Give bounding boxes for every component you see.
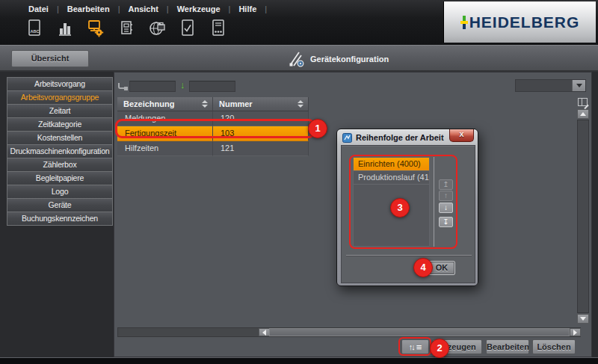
hscroll-left-button[interactable] <box>259 328 270 336</box>
sidebar-item-buchungskennzeichen[interactable]: Buchungskennzeichen <box>7 212 113 226</box>
vscroll-down-button[interactable] <box>577 314 589 324</box>
arrow-right-icon <box>573 330 577 336</box>
filter-input-2[interactable] <box>189 81 235 92</box>
menu-datei[interactable]: Datei <box>24 4 53 14</box>
sidebar-item-arbeitsvorgang[interactable]: Arbeitsvorgang <box>7 77 113 91</box>
document-list-icon[interactable] <box>209 18 227 39</box>
chevron-down-icon <box>576 84 582 87</box>
list-separator <box>434 157 434 247</box>
hscroll-track[interactable] <box>117 327 581 337</box>
column-header-bezeichnung[interactable]: Bezeichnung <box>117 97 213 111</box>
sidebar: Arbeitsvorgang Arbeitsvorgangsgruppe Zei… <box>7 78 113 226</box>
heidelberg-logo: HEIDELBERG <box>443 1 596 43</box>
reorder-button[interactable]: ↑↓ ≡ <box>401 339 429 354</box>
dialog-content: Einrichten (4000) Produktionslauf (4100)… <box>341 145 475 283</box>
cell-nummer: 120 <box>213 111 309 126</box>
menu-separator: | <box>261 4 271 13</box>
filter-dropdown[interactable] <box>515 79 586 92</box>
machine-icon[interactable] <box>117 18 135 39</box>
dialog-title: Reihenfolge der Arbeitsv... <box>356 133 444 142</box>
top-bar: Datei| Bearbeiten| Ansicht| Werkzeuge| H… <box>0 0 598 45</box>
menu-separator: | <box>163 4 173 13</box>
cell-nummer: 121 <box>213 141 309 156</box>
sidebar-item-arbeitsvorgangsgruppe[interactable]: Arbeitsvorgangsgruppe <box>7 90 113 105</box>
menu-separator: | <box>114 4 124 13</box>
column-config-icon[interactable] <box>578 98 588 106</box>
hscroll-right-button[interactable] <box>570 328 581 336</box>
toolbar: ABC <box>25 18 227 39</box>
vscroll-up-button[interactable] <box>577 109 589 119</box>
arrow-left-icon <box>262 330 266 336</box>
move-to-top-button[interactable]: ↥ <box>439 179 453 190</box>
page-title-label: Gerätekonfiguration <box>310 55 389 64</box>
svg-text:ABC: ABC <box>31 29 40 34</box>
hscroll-thumb[interactable] <box>269 328 570 336</box>
overview-button[interactable]: Übersicht <box>11 50 89 67</box>
cell-nummer: 103 <box>213 126 309 141</box>
table-header: Bezeichnung Nummer <box>117 97 309 111</box>
sidebar-item-kostenstellen[interactable]: Kostenstellen <box>7 131 113 145</box>
header-band: Übersicht Gerätekonfiguration <box>0 45 598 72</box>
bottom-strip <box>0 357 598 364</box>
green-down-arrow-icon: ↓ <box>180 79 185 90</box>
bar-chart-icon[interactable] <box>56 18 74 39</box>
sidebar-item-druckmaschinenkonfiguration[interactable]: Druckmaschinenkonfiguration <box>7 144 113 158</box>
reihenfolge-dialog: Reihenfolge der Arbeitsv... X Einrichten… <box>336 129 478 286</box>
menu-ansicht[interactable]: Ansicht <box>123 4 162 14</box>
document-check-icon[interactable] <box>179 18 197 39</box>
sidebar-item-logo[interactable]: Logo <box>7 185 113 199</box>
device-config-title-icon <box>286 49 306 69</box>
sort-icon[interactable] <box>202 100 208 108</box>
loeschen-button[interactable]: Löschen <box>532 339 576 354</box>
move-up-button[interactable]: ↑ <box>439 191 453 201</box>
menu-separator: | <box>225 4 235 13</box>
close-icon[interactable]: X <box>449 129 474 142</box>
application-window: Datei| Bearbeiten| Ansicht| Werkzeuge| H… <box>0 0 598 364</box>
ok-button[interactable]: OK <box>429 262 454 274</box>
list-lines-icon: ≡ <box>416 342 422 353</box>
device-config-icon[interactable] <box>87 18 105 39</box>
sort-icon[interactable] <box>298 100 303 108</box>
table-row[interactable]: Meldungen 120 <box>117 111 309 126</box>
sidebar-item-zeitkategorie[interactable]: Zeitkategorie <box>7 117 113 132</box>
heidelberg-logo-mark <box>460 16 468 29</box>
column-header-label: Nummer <box>219 99 253 108</box>
dropdown-button[interactable] <box>572 80 585 91</box>
vscroll-track[interactable] <box>577 120 589 313</box>
heidelberg-logo-text: HEIDELBERG <box>469 13 580 31</box>
sidebar-item-zaehlerbox[interactable]: Zählerbox <box>7 158 113 172</box>
print-globe-icon[interactable] <box>148 18 166 39</box>
menu-bearbeiten[interactable]: Bearbeiten <box>63 4 114 14</box>
sidebar-item-begleitpapiere[interactable]: Begleitpapiere <box>7 171 113 185</box>
arrow-down-icon <box>580 317 586 321</box>
sidebar-item-geraete[interactable]: Geräte <box>7 198 113 212</box>
sequence-list[interactable]: Einrichten (4000) Produktionslauf (4100) <box>353 157 430 247</box>
sidebar-item-zeitart[interactable]: Zeitart <box>7 104 113 118</box>
filter-branch-icon <box>118 83 126 89</box>
column-header-label: Bezeichnung <box>123 99 174 108</box>
move-down-button[interactable]: ↓ <box>439 203 453 213</box>
up-down-arrows-icon: ↑↓ <box>409 342 414 351</box>
erzeugen-button[interactable]: Erzeugen <box>433 339 482 354</box>
column-header-nummer[interactable]: Nummer <box>213 97 309 111</box>
cell-bezeichnung: Hilfzeiten <box>117 141 213 156</box>
menu-hilfe[interactable]: Hilfe <box>234 4 261 14</box>
filter-input-1[interactable] <box>129 81 176 92</box>
dropdown-value <box>516 80 572 91</box>
dialog-app-icon <box>342 133 352 143</box>
move-to-bottom-button[interactable]: ↧ <box>439 217 453 227</box>
dialog-title-bar[interactable]: Reihenfolge der Arbeitsv... X <box>337 129 478 146</box>
list-item-einrichten[interactable]: Einrichten (4000) <box>354 158 429 171</box>
bearbeiten-button[interactable]: Bearbeiten <box>486 339 529 354</box>
workgroup-table: Bezeichnung Nummer Meldungen 120 Fertigu… <box>117 97 309 156</box>
cell-bezeichnung: Meldungen <box>117 111 213 126</box>
table-row[interactable]: Hilfzeiten 121 <box>117 141 309 156</box>
page-title: Gerätekonfiguration <box>286 49 389 70</box>
list-item-produktionslauf[interactable]: Produktionslauf (4100) <box>354 171 429 185</box>
report-abc-icon[interactable]: ABC <box>25 18 43 39</box>
menu-werkzeuge[interactable]: Werkzeuge <box>173 4 225 14</box>
annotation-circle-1: 1 <box>308 119 327 138</box>
main-area: Arbeitsvorgang Arbeitsvorgangsgruppe Zei… <box>0 72 598 357</box>
dialog-divider <box>346 255 472 256</box>
table-row-selected[interactable]: Fertigungszeit 103 <box>117 126 309 141</box>
